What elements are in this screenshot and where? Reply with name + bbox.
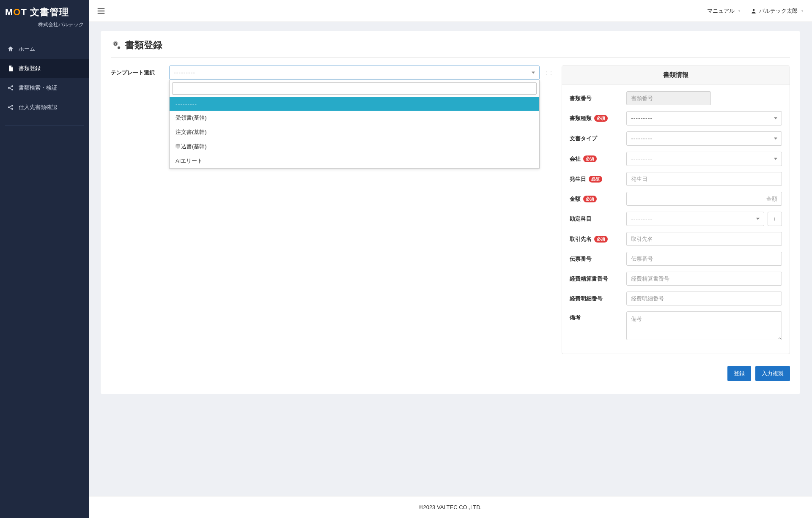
page-title-row: 書類登録 — [111, 39, 790, 58]
document-icon — [7, 65, 14, 72]
sidebar-item-label: 書類検索・検証 — [19, 84, 57, 92]
panel-title: 書類情報 — [562, 66, 790, 85]
topbar: マニュアル バルテック太郎 — [89, 0, 812, 22]
sidebar-item-label: 書類登録 — [19, 65, 41, 72]
svg-point-5 — [11, 108, 13, 110]
partner-label: 取引先名 必須 — [570, 235, 620, 243]
page-title: 書類登録 — [125, 39, 162, 52]
template-select-value: --------- — [174, 69, 195, 76]
doc-type-select[interactable]: --------- — [626, 131, 782, 146]
user-name: バルテック太郎 — [759, 7, 798, 15]
account-select[interactable]: --------- — [626, 212, 764, 226]
sidebar-nav: ホーム 書類登録 書類検索・検証 仕入先書類確認 — [0, 39, 89, 126]
expense-detail-no-input[interactable] — [626, 292, 782, 305]
sidebar-item-home[interactable]: ホーム — [0, 39, 89, 59]
account-add-button[interactable]: + — [768, 212, 782, 226]
date-input[interactable] — [626, 172, 782, 186]
template-option[interactable]: AIエリート — [170, 154, 539, 168]
required-badge: 必須 — [594, 115, 608, 122]
column-resize-handle[interactable]: ⋮⋮ — [547, 65, 551, 80]
template-option-placeholder[interactable]: --------- — [170, 97, 539, 111]
svg-point-4 — [11, 105, 13, 106]
svg-point-3 — [8, 106, 10, 108]
required-badge: 必須 — [583, 155, 597, 162]
brand-logo-o: O — [13, 7, 21, 17]
brand-company: 株式会社バルテック — [5, 21, 84, 28]
expense-report-no-label: 経費精算書番号 — [570, 275, 620, 283]
doc-no-input — [626, 91, 711, 105]
sidebar-divider — [5, 125, 84, 126]
user-dropdown[interactable]: バルテック太郎 — [751, 7, 804, 15]
document-info-panel: 書類情報 書類番号 書類種類 必須 — [562, 65, 790, 354]
doc-no-label: 書類番号 — [570, 95, 620, 102]
template-option[interactable]: 受領書(基幹) — [170, 111, 539, 125]
manual-dropdown[interactable]: マニュアル — [707, 7, 741, 15]
home-icon — [7, 46, 14, 52]
sidebar-item-label: 仕入先書類確認 — [19, 104, 57, 111]
amount-label: 金額 必須 — [570, 195, 620, 203]
sidebar: MOT 文書管理 株式会社バルテック ホーム 書類登録 書類検 — [0, 0, 89, 518]
brand-logo-prefix: M — [5, 7, 13, 17]
notes-label: 備考 — [570, 311, 620, 322]
expense-report-no-input[interactable] — [626, 272, 782, 286]
required-badge: 必須 — [589, 176, 602, 183]
amount-input[interactable] — [626, 192, 782, 206]
template-dropdown-panel: --------- 受領書(基幹) 注文書(基幹) 申込書(基幹) AIエリート — [169, 80, 540, 169]
account-label: 勘定科目 — [570, 215, 620, 223]
brand-logo: MOT 文書管理 — [5, 6, 84, 19]
hamburger-button[interactable] — [96, 6, 106, 16]
slip-no-input[interactable] — [626, 252, 782, 266]
user-icon — [751, 8, 757, 14]
sidebar-item-supplier[interactable]: 仕入先書類確認 — [0, 98, 89, 117]
share-icon — [7, 85, 14, 91]
required-badge: 必須 — [583, 196, 597, 202]
doc-kind-label: 書類種類 必須 — [570, 115, 620, 122]
svg-point-0 — [8, 87, 10, 89]
manual-label: マニュアル — [707, 7, 735, 15]
share-icon — [7, 104, 14, 111]
template-option[interactable]: 申込書(基幹) — [170, 139, 539, 154]
page-card: 書類登録 テンプレート選択 --------- — [101, 31, 800, 394]
expense-detail-no-label: 経費明細番号 — [570, 295, 620, 303]
svg-point-2 — [11, 89, 13, 90]
template-dropdown-search-input[interactable] — [172, 82, 537, 95]
sidebar-item-search[interactable]: 書類検索・検証 — [0, 78, 89, 98]
footer-copyright: ©2023 VALTEC CO.,LTD. — [89, 496, 812, 518]
sidebar-item-register[interactable]: 書類登録 — [0, 59, 89, 78]
gears-icon — [111, 40, 121, 50]
slip-no-label: 伝票番号 — [570, 255, 620, 263]
template-select[interactable]: --------- — [169, 65, 540, 80]
brand-logo-suffix: T 文書管理 — [21, 7, 69, 17]
notes-textarea[interactable] — [626, 311, 782, 340]
doc-kind-select[interactable]: --------- — [626, 111, 782, 125]
svg-point-1 — [11, 85, 13, 87]
svg-point-9 — [753, 9, 755, 11]
chevron-down-icon — [737, 9, 741, 13]
doc-type-label: 文書タイプ — [570, 135, 620, 142]
template-option[interactable]: 注文書(基幹) — [170, 125, 539, 139]
date-label: 発生日 必須 — [570, 175, 620, 183]
template-select-label: テンプレート選択 — [111, 65, 162, 76]
sidebar-item-label: ホーム — [19, 45, 35, 53]
duplicate-input-button[interactable]: 入力複製 — [755, 366, 790, 381]
company-label: 会社 必須 — [570, 155, 620, 163]
company-select[interactable]: --------- — [626, 152, 782, 166]
brand: MOT 文書管理 株式会社バルテック — [0, 0, 89, 32]
chevron-down-icon — [800, 9, 804, 13]
required-badge: 必須 — [594, 236, 608, 243]
partner-input[interactable] — [626, 232, 782, 246]
register-button[interactable]: 登録 — [727, 366, 751, 381]
